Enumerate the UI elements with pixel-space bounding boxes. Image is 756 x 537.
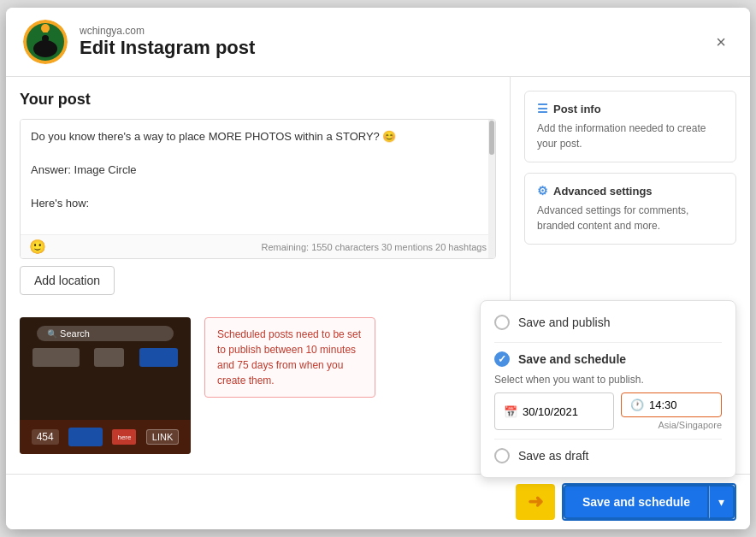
gear-icon: ⚙: [537, 184, 548, 198]
advanced-title-text: Advanced settings: [553, 185, 653, 198]
clock-icon: 🕐: [630, 398, 644, 411]
post-text-wrapper: Do you know there's a way to place MORE …: [20, 119, 496, 259]
schedule-hint: Select when you want to publish.: [494, 374, 722, 386]
footer-right: ➜ Save and schedule ▾: [516, 483, 736, 521]
timezone-label: Asia/Singapore: [621, 420, 722, 430]
post-textarea[interactable]: Do you know there's a way to place MORE …: [21, 120, 495, 231]
advanced-settings-desc: Advanced settings for comments, branded …: [537, 203, 724, 233]
header-domain: wchingya.com: [80, 25, 709, 37]
save-schedule-option[interactable]: ✓ Save and schedule: [494, 351, 722, 367]
save-schedule-label: Save and schedule: [518, 352, 626, 366]
your-post-title: Your post: [20, 91, 496, 109]
sticker-area: [20, 345, 191, 370]
sticker-2: [94, 348, 124, 367]
char-remaining: Remaining: 1550 characters 30 mentions 2…: [261, 242, 487, 252]
save-schedule-radio[interactable]: ✓: [494, 351, 510, 367]
left-panel: Your post Do you know there's a way to p…: [6, 77, 511, 474]
publish-options-popup: Save and publish ✓ Save and schedule Sel…: [480, 300, 736, 478]
modal-footer: ➜ Save and schedule ▾: [6, 474, 750, 529]
arrow-indicator: ➜: [516, 484, 555, 520]
time-value: 14:30: [649, 398, 677, 411]
modal-title: Edit Instagram post: [80, 37, 709, 59]
schedule-inputs: 📅 30/10/2021 🕐 14:30 Asia/Singapore: [494, 392, 722, 430]
count-badge: 454: [32, 429, 59, 445]
modal-header: wchingya.com Edit Instagram post ×: [6, 8, 750, 77]
close-button[interactable]: ×: [709, 30, 733, 54]
save-schedule-dropdown-button[interactable]: ▾: [709, 485, 735, 519]
save-publish-label: Save and publish: [518, 316, 610, 329]
save-publish-option[interactable]: Save and publish: [494, 315, 722, 330]
header-text: wchingya.com Edit Instagram post: [80, 25, 709, 59]
date-input[interactable]: 📅 30/10/2021: [494, 392, 614, 430]
post-info-icon: ☰: [537, 102, 548, 115]
color-sticker: [68, 428, 103, 446]
save-draft-label: Save as draft: [518, 449, 589, 463]
divider-1: [494, 342, 722, 343]
schedule-section: Select when you want to publish. 📅 30/10…: [494, 374, 722, 430]
search-bar-img: 🔍 Search: [37, 326, 174, 341]
save-draft-radio[interactable]: [494, 448, 510, 463]
image-bottom-bar: 454 here LINK: [20, 420, 191, 454]
calendar-icon: 📅: [504, 405, 517, 418]
image-thumbnail: 🔍 Search 454 here LINK: [20, 317, 191, 454]
save-schedule-button[interactable]: Save and schedule: [564, 485, 709, 519]
textarea-scrollbar: [488, 120, 495, 258]
post-info-title: ☰ Post info: [537, 102, 724, 115]
date-value: 30/10/2021: [523, 405, 578, 418]
divider-2: [494, 439, 722, 440]
textarea-footer: 🙂 Remaining: 1550 characters 30 mentions…: [21, 234, 495, 258]
search-placeholder-text: Search: [60, 328, 90, 339]
advanced-settings-title: ⚙ Advanced settings: [537, 184, 724, 198]
post-info-title-text: Post info: [553, 103, 601, 115]
svg-point-5: [42, 35, 49, 42]
edit-instagram-modal: wchingya.com Edit Instagram post × Your …: [6, 8, 750, 529]
scrollbar-thumb: [489, 121, 494, 155]
link-badge: LINK: [146, 429, 179, 445]
advanced-settings-card: ⚙ Advanced settings Advanced settings fo…: [524, 173, 736, 245]
add-location-button[interactable]: Add location: [20, 266, 115, 295]
post-info-card: ☰ Post info Add the information needed t…: [524, 91, 736, 162]
svg-point-4: [33, 40, 57, 57]
time-input[interactable]: 🕐 14:30: [621, 392, 722, 417]
scheduled-note: Scheduled posts need to be set to publis…: [204, 317, 375, 398]
sticker-1: [32, 348, 80, 367]
brand-logo: [23, 20, 68, 64]
save-schedule-btn-group: Save and schedule ▾: [562, 483, 736, 521]
red-sticker: here: [112, 429, 136, 445]
save-draft-option[interactable]: Save as draft: [494, 448, 722, 463]
save-publish-radio[interactable]: [494, 315, 510, 330]
sticker-3: [139, 348, 178, 367]
radio-check-icon: ✓: [498, 353, 506, 365]
post-image-area: 🔍 Search 454 here LINK Scheduled posts: [20, 317, 496, 454]
post-info-desc: Add the information needed to create you…: [537, 121, 724, 151]
emoji-icon[interactable]: 🙂: [29, 239, 46, 255]
